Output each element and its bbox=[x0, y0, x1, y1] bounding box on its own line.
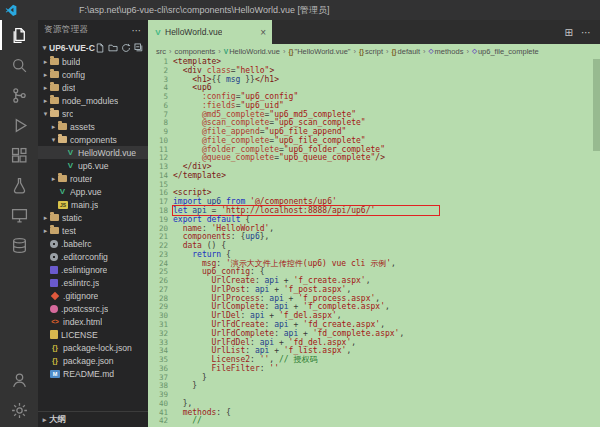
code-token: 'fd_del.aspx' bbox=[289, 338, 352, 347]
tree-item-dist[interactable]: ▸dist bbox=[38, 81, 148, 94]
tree-item-config[interactable]: ▸config bbox=[38, 68, 148, 81]
code-line-38[interactable]: 38 } bbox=[148, 382, 600, 391]
tree-item-readme-md[interactable]: MREADME.md bbox=[38, 367, 148, 380]
code-line-41[interactable]: 41 methods: { bbox=[148, 409, 600, 418]
chevron-down-icon: ▾ bbox=[41, 110, 50, 118]
tree-item-package-json[interactable]: {}package.json bbox=[38, 354, 148, 367]
remote-explorer-icon[interactable] bbox=[0, 200, 38, 230]
tree-item-index-html[interactable]: <>index.html bbox=[38, 315, 148, 328]
tree-item-node-modules[interactable]: ▸node_modules bbox=[38, 94, 148, 107]
code-token: api bbox=[192, 206, 206, 215]
file-tree: ▸build▸config▸dist▸node_modules▾src▸asse… bbox=[38, 55, 148, 380]
tree-item-src[interactable]: ▾src bbox=[38, 107, 148, 120]
editor-scrollbar[interactable] bbox=[593, 58, 600, 427]
code-line-36[interactable]: 36 FileFilter: '' bbox=[148, 365, 600, 374]
tree-item-helloworld-vue[interactable]: VHelloWorld.vue bbox=[38, 146, 148, 159]
code-token bbox=[173, 329, 212, 338]
tree-item-main-js[interactable]: JSmain.js bbox=[38, 198, 148, 211]
code-token: return bbox=[192, 250, 221, 259]
refresh-icon[interactable] bbox=[121, 43, 131, 53]
tree-item--postcssrc-js[interactable]: .postcssrc.js bbox=[38, 302, 148, 315]
close-icon[interactable]: × bbox=[260, 27, 266, 38]
tab-helloworld-vue[interactable]: V HelloWorld.vue × bbox=[148, 20, 272, 44]
code-token: License2 bbox=[212, 355, 251, 364]
activity-bar-top bbox=[0, 20, 38, 260]
search-icon[interactable] bbox=[0, 50, 38, 80]
tree-item-build[interactable]: ▸build bbox=[38, 55, 148, 68]
tree-item-router[interactable]: ▸router bbox=[38, 172, 148, 185]
tree-item-up6-vue[interactable]: Vup6.vue bbox=[38, 159, 148, 172]
tree-item-label: package-lock.json bbox=[63, 343, 132, 353]
code-line-12[interactable]: 12 @queue_complete="up6_queue_complete"/… bbox=[148, 154, 600, 163]
database-icon[interactable] bbox=[0, 230, 38, 260]
tree-item--editorconfig[interactable]: .editorconfig bbox=[38, 250, 148, 263]
explorer-icon[interactable] bbox=[0, 20, 38, 50]
code-line-39[interactable]: 39 bbox=[148, 391, 600, 400]
tree-item--eslintrc-js[interactable]: .eslintrc.js bbox=[38, 276, 148, 289]
breadcrumb-item[interactable]: ◇up6_file_complete bbox=[472, 47, 539, 56]
breadcrumb-item[interactable]: components bbox=[175, 47, 216, 56]
folder-icon bbox=[50, 58, 59, 65]
breadcrumb-item[interactable]: {}default bbox=[392, 47, 421, 56]
code-token: : bbox=[260, 364, 270, 373]
scrollbar-thumb[interactable] bbox=[593, 59, 600, 151]
tree-item-assets[interactable]: ▸assets bbox=[38, 120, 148, 133]
code-line-42[interactable]: 42 // bbox=[148, 417, 600, 426]
tree-item-license[interactable]: LICENSE bbox=[38, 328, 148, 341]
code-token: api bbox=[250, 311, 264, 320]
method-icon: ◇ bbox=[472, 47, 477, 55]
code-token: , bbox=[385, 302, 390, 311]
new-file-icon[interactable] bbox=[95, 43, 105, 53]
tree-item-static[interactable]: ▸static bbox=[38, 211, 148, 224]
breadcrumb-separator: › bbox=[169, 47, 172, 56]
collapse-all-icon[interactable] bbox=[134, 43, 144, 53]
line-number: 6 bbox=[148, 102, 173, 111]
tree-item--babelrc[interactable]: .babelrc bbox=[38, 237, 148, 250]
code-line-3[interactable]: 3 <h1>{{ msg }}</h1> bbox=[148, 76, 600, 85]
sidebar-explorer: 资源管理器 ⋯ ▾ UP6-VUE-CLI ▸build▸config▸dist… bbox=[38, 20, 148, 427]
breadcrumb-item[interactable]: {}"HelloWorld.vue" bbox=[288, 47, 350, 56]
tree-item--gitignore[interactable]: .gitignore bbox=[38, 289, 148, 302]
settings-icon[interactable] bbox=[0, 395, 38, 425]
breadcrumb-item[interactable]: {}script bbox=[359, 47, 383, 56]
run-debug-icon[interactable] bbox=[0, 110, 38, 140]
chevron-right-icon: ▸ bbox=[40, 416, 49, 424]
code-token: + bbox=[265, 311, 279, 320]
new-folder-icon[interactable] bbox=[108, 43, 118, 53]
code-token: up6 bbox=[245, 232, 259, 241]
code-token bbox=[173, 75, 192, 84]
tree-item-components[interactable]: ▾components bbox=[38, 133, 148, 146]
tree-item-package-lock-json[interactable]: {}package-lock.json bbox=[38, 341, 148, 354]
line-number: 2 bbox=[148, 67, 173, 76]
code-token bbox=[173, 355, 212, 364]
code-token: </template> bbox=[173, 171, 226, 180]
tree-item-label: components bbox=[70, 135, 117, 145]
code-token: @folder_complete bbox=[202, 145, 279, 154]
breadcrumb-item[interactable]: src bbox=[156, 47, 166, 56]
code-line-14[interactable]: 14</template> bbox=[148, 172, 600, 181]
code-token: , bbox=[269, 355, 279, 364]
breadcrumb-item[interactable]: VHelloWorld.vue bbox=[224, 47, 280, 56]
testing-icon[interactable] bbox=[0, 170, 38, 200]
code-line-15[interactable]: 15 bbox=[148, 181, 600, 190]
accounts-icon[interactable] bbox=[0, 365, 38, 395]
project-header[interactable]: ▾ UP6-VUE-CLI bbox=[38, 40, 148, 55]
code-token: @file_complete bbox=[202, 136, 269, 145]
tree-item-test[interactable]: ▸test bbox=[38, 224, 148, 237]
source-control-icon[interactable] bbox=[0, 80, 38, 110]
extensions-icon[interactable] bbox=[0, 140, 38, 170]
code-token: : { bbox=[216, 408, 230, 417]
split-editor-icon[interactable]: ⊞ bbox=[565, 27, 573, 38]
code-token: UrlFdComplete bbox=[212, 329, 275, 338]
code-token: }, bbox=[260, 232, 270, 241]
code-editor[interactable]: 1<template>2 <div class="hello">3 <h1>{{… bbox=[148, 58, 600, 427]
tree-item--eslintignore[interactable]: .eslintignore bbox=[38, 263, 148, 276]
more-actions-icon[interactable]: ⋯ bbox=[581, 27, 591, 38]
breadcrumb-item[interactable]: ◇methods bbox=[429, 47, 464, 56]
more-actions-icon[interactable]: ⋯ bbox=[132, 25, 142, 36]
tree-item-label: App.vue bbox=[70, 187, 102, 197]
code-token: </div> bbox=[183, 162, 212, 171]
code-line-37[interactable]: 37 } bbox=[148, 374, 600, 383]
outline-section[interactable]: ▸ 大纲 bbox=[38, 411, 148, 427]
tree-item-app-vue[interactable]: VApp.vue bbox=[38, 185, 148, 198]
